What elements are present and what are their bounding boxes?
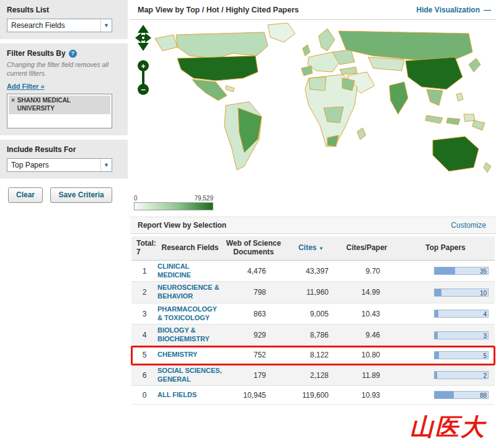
hide-visualization-link[interactable]: Hide Visualization —	[417, 6, 491, 14]
map-region[interactable]	[472, 120, 485, 130]
map-region[interactable]	[301, 66, 312, 76]
docs-value: 752	[223, 351, 285, 359]
filter-item-label: SHANXI MEDICAL UNIVERSITY	[17, 97, 98, 112]
docs-value: 798	[223, 288, 285, 297]
total-count-header: Total: 7	[131, 239, 157, 257]
map-region[interactable]	[176, 32, 268, 58]
top-papers-value: 35	[480, 267, 487, 276]
cites-per-paper-value: 10.80	[337, 351, 396, 359]
cites-per-paper-value: 11.89	[337, 371, 396, 380]
map-region[interactable]	[405, 57, 463, 89]
map-region[interactable]	[319, 29, 335, 51]
research-field-link[interactable]: PHARMACOLOGY & TOXICOLOGY	[157, 305, 223, 323]
top-papers-value: 4	[483, 310, 487, 318]
main-panel: Map View by Top / Hot / Highly Cited Pap…	[130, 0, 496, 405]
top-papers-value: 5	[483, 352, 487, 360]
map-controls: + −	[133, 22, 155, 100]
map-region[interactable]	[226, 86, 234, 92]
legend-min-label: 0	[134, 195, 138, 202]
docs-value: 179	[223, 371, 285, 380]
page-title: Map View by Top / Hot / Highly Cited Pap…	[138, 6, 299, 14]
pan-up-icon[interactable]	[138, 25, 149, 33]
map-region[interactable]	[425, 115, 443, 123]
cites-per-paper-value: 10.93	[337, 391, 396, 400]
legend-max-label: 79,529	[194, 195, 213, 202]
top-papers-value: 88	[480, 392, 487, 400]
map-region[interactable]	[309, 77, 326, 91]
research-field-link[interactable]: NEUROSCIENCE & BEHAVIOR	[157, 284, 223, 301]
cites-per-paper-value: 9.70	[337, 267, 396, 276]
filter-item[interactable]: × SHANXI MEDICAL UNIVERSITY	[9, 96, 110, 114]
add-filter-link[interactable]: Add Filter »	[7, 83, 45, 90]
top-papers-value: 3	[483, 332, 487, 340]
map-region[interactable]	[456, 93, 463, 101]
map-region[interactable]	[464, 114, 475, 122]
cites-value: 2,128	[285, 371, 337, 380]
selected-filters-listbox[interactable]: × SHANXI MEDICAL UNIVERSITY	[7, 94, 112, 128]
row-rank: 6	[131, 371, 157, 380]
dropdown-arrow-icon: ▼	[104, 22, 109, 29]
research-field-link[interactable]: CHEMISTRY	[157, 351, 223, 359]
legend-gradient-bar	[134, 202, 213, 210]
map-region[interactable]	[389, 82, 408, 114]
row-rank: 2	[131, 288, 157, 297]
row-rank: 5	[131, 351, 157, 359]
remove-filter-icon[interactable]: ×	[11, 97, 15, 112]
map-region[interactable]	[177, 56, 258, 81]
map-visualization: + −	[130, 20, 496, 192]
customize-link[interactable]: Customize	[451, 221, 486, 230]
row-rank: 3	[131, 310, 157, 318]
docs-value: 929	[223, 331, 285, 339]
map-region[interactable]	[446, 118, 460, 125]
table-row: 6 SOCIAL SCIENCES, GENERAL 179 2,128 11.…	[131, 365, 495, 387]
include-results-dropdown[interactable]: Top Papers ▼	[7, 158, 112, 172]
top-papers-value: 2	[483, 372, 487, 380]
map-region[interactable]	[357, 128, 366, 140]
map-region[interactable]	[155, 35, 177, 51]
map-region[interactable]	[484, 163, 491, 172]
cites-value: 11,960	[285, 288, 337, 297]
top-papers-bar: 5	[434, 351, 489, 359]
column-header-documents: Web of Science Documents	[223, 239, 285, 257]
table-row: 2 NEUROSCIENCE & BEHAVIOR 798 11,960 14.…	[131, 282, 495, 303]
research-field-link[interactable]: ALL FIELDS	[157, 391, 223, 400]
top-papers-bar: 3	[434, 331, 489, 339]
map-region[interactable]	[268, 23, 295, 42]
filter-note: Changing the filter field removes all cu…	[7, 61, 121, 78]
map-region[interactable]	[342, 78, 355, 91]
results-list-dropdown-value: Research Fields	[11, 21, 65, 30]
save-criteria-button[interactable]: Save Criteria	[50, 187, 112, 203]
cites-per-paper-value: 10.43	[337, 310, 396, 318]
map-region[interactable]	[192, 79, 227, 101]
zoom-control: + −	[138, 60, 149, 95]
research-field-link[interactable]: SOCIAL SCIENCES, GENERAL	[157, 367, 223, 384]
cites-value: 8,786	[285, 331, 337, 339]
filter-label: Filter Results By	[7, 49, 66, 58]
map-region[interactable]	[427, 89, 443, 105]
top-papers-bar: 88	[434, 391, 489, 399]
help-icon[interactable]: ?	[69, 50, 77, 58]
table-row-all-fields: 0 ALL FIELDS 10,945 119,600 10.93 88	[131, 386, 495, 405]
row-rank: 1	[131, 267, 157, 276]
map-region[interactable]	[469, 58, 480, 72]
map-region[interactable]	[303, 45, 310, 56]
research-field-link[interactable]: BIOLOGY & BIOCHEMISTRY	[157, 326, 223, 344]
cites-value: 119,600	[285, 391, 337, 400]
column-header-cites[interactable]: Cites ▼	[285, 243, 337, 252]
map-region[interactable]	[340, 67, 357, 74]
pan-down-icon[interactable]	[138, 43, 149, 51]
results-table: Total: 7 Research Fields Web of Science …	[131, 236, 495, 405]
cites-per-paper-value: 14.99	[337, 288, 396, 297]
pan-control[interactable]	[135, 25, 151, 51]
clear-button[interactable]: Clear	[8, 187, 43, 203]
results-list-dropdown[interactable]: Research Fields ▼	[7, 19, 112, 32]
research-field-link[interactable]: CLINICAL MEDICINE	[157, 262, 223, 280]
map-region[interactable]	[433, 137, 479, 171]
table-row: 4 BIOLOGY & BIOCHEMISTRY 929 8,786 9.46 …	[131, 325, 495, 346]
dropdown-arrow-icon: ▼	[104, 162, 109, 168]
cites-value: 9,005	[285, 310, 337, 318]
results-list-section: Results List Research Fields ▼	[0, 0, 128, 39]
zoom-out-icon: −	[141, 85, 146, 94]
world-map[interactable]	[146, 21, 494, 184]
map-region[interactable]	[368, 57, 404, 71]
